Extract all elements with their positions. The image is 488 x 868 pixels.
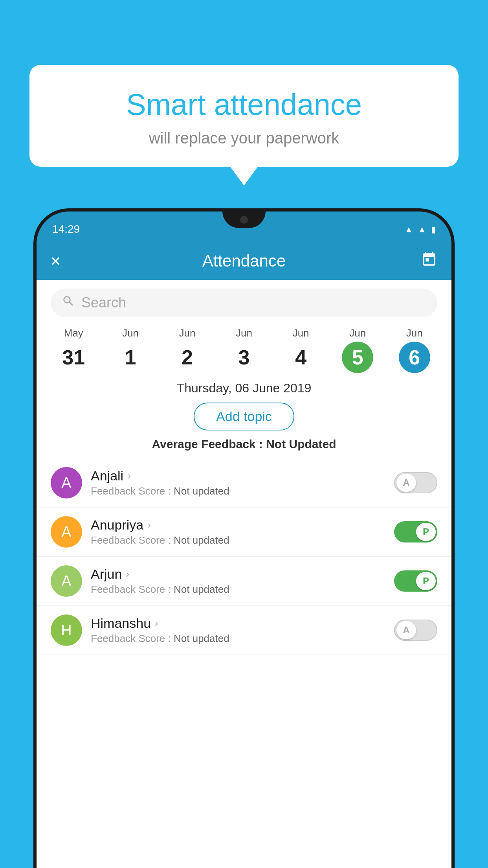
student-avatar: A <box>51 516 82 548</box>
student-feedback: Feedback Score : Not updated <box>91 485 385 497</box>
selected-date-label: Thursday, 06 June 2019 <box>37 381 451 395</box>
status-icons <box>404 224 436 235</box>
status-time: 14:29 <box>52 223 80 235</box>
student-name: Arjun › <box>91 566 385 582</box>
toggle-knob: A <box>396 621 416 639</box>
student-list: AAnjali ›Feedback Score : Not updatedAAA… <box>37 458 451 655</box>
notch <box>222 211 266 228</box>
app-screen: × Attendance Search May31Jun <box>37 242 451 868</box>
date-day-number[interactable]: 3 <box>228 342 260 373</box>
calendar-icon[interactable] <box>421 251 437 271</box>
date-day-number[interactable]: 5 <box>342 342 373 373</box>
date-month-label: Jun <box>122 327 139 339</box>
date-month-label: Jun <box>349 327 366 339</box>
date-month-label: Jun <box>406 327 423 339</box>
page-title: Attendance <box>202 252 286 270</box>
search-placeholder: Search <box>81 294 126 311</box>
date-day-number[interactable]: 1 <box>115 342 146 373</box>
search-bar[interactable]: Search <box>51 289 437 317</box>
student-item[interactable]: HHimanshu ›Feedback Score : Not updatedA <box>37 606 451 655</box>
search-icon <box>62 294 75 311</box>
status-bar: 14:29 <box>37 211 451 242</box>
student-name: Himanshu › <box>91 616 385 631</box>
date-picker[interactable]: May31Jun1Jun2Jun3Jun4Jun5Jun6 <box>37 324 451 376</box>
student-info: Anupriya ›Feedback Score : Not updated <box>91 517 385 546</box>
phone-frame: 14:29 × Attendance <box>33 208 455 868</box>
average-feedback: Average Feedback : Not Updated <box>37 438 451 451</box>
date-day-number[interactable]: 4 <box>285 342 317 373</box>
avg-feedback-value: Not Updated <box>266 438 336 451</box>
student-item[interactable]: AAnupriya ›Feedback Score : Not updatedP <box>37 508 451 557</box>
student-info: Arjun ›Feedback Score : Not updated <box>91 566 385 596</box>
toggle-knob: P <box>416 523 436 541</box>
date-item[interactable]: May31 <box>45 324 102 376</box>
date-month-label: Jun <box>293 327 309 339</box>
attendance-toggle[interactable]: A <box>394 472 437 493</box>
student-feedback: Feedback Score : Not updated <box>91 534 385 546</box>
student-feedback: Feedback Score : Not updated <box>91 583 385 596</box>
student-name: Anupriya › <box>91 517 385 533</box>
date-day-number[interactable]: 2 <box>171 342 203 373</box>
date-item[interactable]: Jun4 <box>272 324 329 376</box>
add-topic-button[interactable]: Add topic <box>194 403 294 430</box>
student-avatar: A <box>51 565 82 597</box>
chevron-right-icon: › <box>126 568 129 580</box>
student-info: Anjali ›Feedback Score : Not updated <box>91 468 385 497</box>
date-item[interactable]: Jun1 <box>102 324 159 376</box>
speech-bubble: Smart attendance will replace your paper… <box>29 65 459 167</box>
battery-icon <box>431 224 436 235</box>
date-day-number[interactable]: 31 <box>58 342 89 373</box>
student-item[interactable]: AArjun ›Feedback Score : Not updatedP <box>37 557 451 606</box>
attendance-toggle[interactable]: P <box>394 521 437 542</box>
app-tagline-title: Smart attendance <box>53 86 435 122</box>
app-header: × Attendance <box>37 242 451 280</box>
student-feedback: Feedback Score : Not updated <box>91 633 385 645</box>
chevron-right-icon: › <box>147 519 151 531</box>
signal-icon <box>418 224 426 235</box>
date-item[interactable]: Jun3 <box>216 324 273 376</box>
avg-feedback-label: Average Feedback : <box>152 438 266 451</box>
date-month-label: Jun <box>236 327 252 339</box>
date-month-label: Jun <box>179 327 195 339</box>
wifi-icon <box>404 224 413 235</box>
student-avatar: H <box>51 614 82 646</box>
attendance-toggle[interactable]: P <box>394 570 437 592</box>
date-day-number[interactable]: 6 <box>399 342 430 373</box>
student-item[interactable]: AAnjali ›Feedback Score : Not updatedA <box>37 458 451 508</box>
toggle-knob: P <box>416 572 436 590</box>
student-info: Himanshu ›Feedback Score : Not updated <box>91 616 385 645</box>
chevron-right-icon: › <box>127 470 131 482</box>
front-camera <box>240 216 248 224</box>
toggle-knob: A <box>396 474 416 492</box>
close-button[interactable]: × <box>51 251 61 271</box>
chevron-right-icon: › <box>155 617 158 629</box>
app-tagline-subtitle: will replace your paperwork <box>53 129 435 147</box>
date-item[interactable]: Jun6 <box>386 324 443 376</box>
phone-screen: 14:29 × Attendance <box>37 211 451 868</box>
student-name: Anjali › <box>91 468 385 484</box>
student-avatar: A <box>51 467 82 498</box>
date-item[interactable]: Jun5 <box>329 324 386 376</box>
date-item[interactable]: Jun2 <box>159 324 216 376</box>
attendance-toggle[interactable]: A <box>394 620 437 641</box>
date-month-label: May <box>64 327 83 339</box>
